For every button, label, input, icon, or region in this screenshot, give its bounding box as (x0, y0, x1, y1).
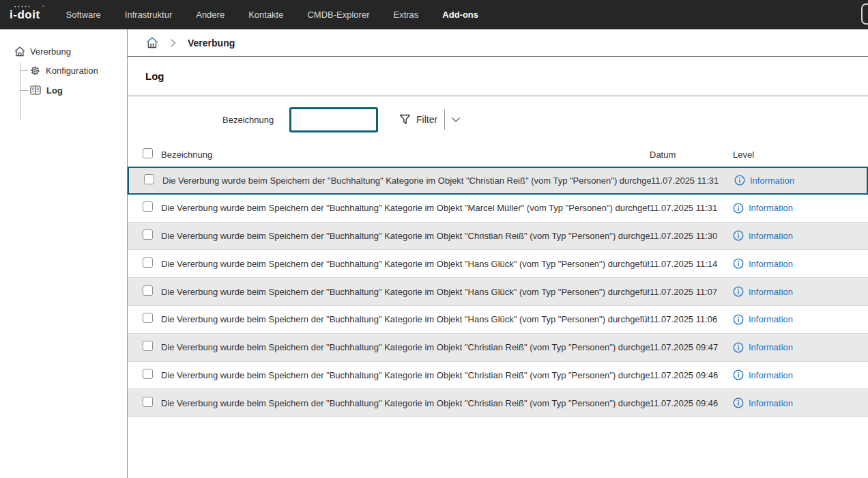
logo-tick-decoration: ' (42, 4, 44, 10)
filter-expand-button[interactable] (448, 114, 463, 126)
log-level: Information (733, 369, 868, 380)
table-row[interactable]: Die Vererbung wurde beim Speichern der "… (128, 278, 868, 306)
log-date: 11.07.2025 09:46 (650, 370, 733, 380)
row-checkbox[interactable] (143, 257, 153, 268)
table-row[interactable]: Die Vererbung wurde beim Speichern der "… (128, 306, 868, 334)
filter-divider (444, 109, 445, 130)
sidebar-item-label: Log (46, 85, 63, 96)
log-level-label[interactable]: Information (749, 203, 793, 213)
table-row[interactable]: Die Vererbung wurde beim Speichern der "… (128, 362, 868, 390)
log-level-label[interactable]: Information (749, 314, 793, 324)
info-circle-icon (733, 397, 744, 408)
log-message: Die Vererbung wurde beim Speichern der "… (162, 175, 651, 186)
navbar-item-add-ons[interactable]: Add-ons (442, 10, 478, 20)
page-title: Log (145, 70, 164, 82)
log-message: Die Vererbung wurde beim Speichern der "… (161, 259, 650, 269)
log-level: Information (733, 258, 868, 269)
table-row[interactable]: Die Vererbung wurde beim Speichern der "… (128, 223, 868, 251)
tree-connector-line (20, 70, 28, 71)
log-level-label[interactable]: Information (749, 259, 793, 269)
chevron-right-icon (170, 38, 176, 48)
page-header: Log (128, 57, 868, 96)
log-message: Die Vererbung wurde beim Speichern der "… (161, 314, 650, 324)
log-date: 11.07.2025 11:07 (650, 287, 733, 297)
table-row[interactable]: Die Vererbung wurde beim Speichern der "… (128, 334, 868, 362)
log-message: Die Vererbung wurde beim Speichern der "… (161, 203, 650, 213)
chevron-down-icon (451, 117, 461, 123)
tree-connector-line (20, 90, 28, 91)
navbar-right-button[interactable] (861, 3, 868, 25)
row-checkbox[interactable] (143, 341, 153, 351)
filter-button-label: Filter (416, 114, 437, 125)
info-circle-icon (733, 258, 744, 269)
row-checkbox[interactable] (143, 285, 153, 296)
log-date: 11.07.2025 11:31 (651, 175, 734, 186)
info-circle-icon (733, 314, 744, 325)
log-level: Information (734, 175, 867, 186)
log-date: 11.07.2025 11:31 (650, 203, 733, 213)
column-header-bezeichnung[interactable]: Bezeichnung (161, 150, 650, 160)
log-message: Die Vererbung wurde beim Speichern der "… (161, 287, 650, 297)
breadcrumb-current[interactable]: Vererbung (188, 38, 235, 48)
sidebar-tree: Vererbung Konfiguration (0, 29, 128, 478)
i-doit-logo[interactable]: ····· ' i-doit (10, 8, 40, 22)
table-row[interactable]: Die Vererbung wurde beim Speichern der "… (128, 250, 868, 278)
log-message: Die Vererbung wurde beim Speichern der "… (161, 231, 650, 241)
info-circle-icon (733, 342, 744, 353)
log-level: Information (733, 314, 868, 325)
log-message: Die Vererbung wurde beim Speichern der "… (161, 370, 650, 380)
log-date: 11.07.2025 09:46 (650, 398, 733, 408)
log-level-label[interactable]: Information (749, 370, 793, 380)
table-row[interactable]: Die Vererbung wurde beim Speichern der "… (128, 195, 868, 223)
navbar-item-cmdb-explorer[interactable]: CMDB-Explorer (307, 10, 369, 20)
house-icon (14, 46, 25, 57)
top-navbar: ····· ' i-doit SoftwareInfrastrukturAnde… (0, 0, 868, 29)
breadcrumb: Vererbung (128, 29, 868, 57)
filter-button[interactable]: Filter (399, 114, 437, 126)
navbar-menu: SoftwareInfrastrukturAndereKontakteCMDB-… (66, 10, 479, 20)
navbar-item-software[interactable]: Software (66, 10, 101, 20)
sidebar-item-konfiguration[interactable]: Konfiguration (20, 64, 127, 77)
log-date: 11.07.2025 09:47 (650, 342, 733, 352)
log-date: 11.07.2025 11:14 (650, 259, 733, 269)
log-level: Information (733, 397, 868, 408)
log-level-label[interactable]: Information (750, 175, 794, 186)
open-book-icon (30, 85, 41, 95)
select-all-checkbox[interactable] (143, 148, 153, 158)
log-level-label[interactable]: Information (749, 231, 793, 241)
log-message: Die Vererbung wurde beim Speichern der "… (161, 342, 650, 352)
log-level-label[interactable]: Information (749, 287, 793, 297)
sidebar-item-vererbung[interactable]: Vererbung (14, 44, 127, 58)
log-level-label[interactable]: Information (749, 342, 793, 352)
row-checkbox[interactable] (143, 313, 153, 323)
navbar-item-infrastruktur[interactable]: Infrastruktur (125, 10, 172, 20)
sidebar-item-label: Konfiguration (46, 66, 98, 76)
row-checkbox[interactable] (144, 174, 154, 184)
row-checkbox[interactable] (143, 201, 153, 212)
breadcrumb-home-icon[interactable] (146, 37, 158, 48)
info-circle-icon (733, 286, 744, 297)
navbar-item-andere[interactable]: Andere (196, 10, 225, 20)
log-date: 11.07.2025 11:30 (650, 231, 733, 241)
navbar-item-kontakte[interactable]: Kontakte (248, 10, 283, 20)
row-checkbox[interactable] (143, 369, 153, 379)
info-circle-icon (733, 369, 744, 380)
column-header-level[interactable]: Level (733, 150, 868, 160)
filter-input[interactable] (289, 107, 378, 132)
sidebar-item-log[interactable]: Log (20, 83, 127, 97)
table-row[interactable]: Die Vererbung wurde beim Speichern der "… (128, 167, 868, 195)
filter-label: Bezeichnung (222, 115, 268, 125)
log-date: 11.07.2025 11:06 (650, 314, 733, 324)
navbar-item-extras[interactable]: Extras (393, 10, 418, 20)
log-level-label[interactable]: Information (749, 398, 793, 408)
row-checkbox[interactable] (143, 397, 153, 407)
info-circle-icon (733, 230, 744, 241)
log-message: Die Vererbung wurde beim Speichern der "… (161, 398, 650, 408)
column-header-datum[interactable]: Datum (650, 150, 733, 160)
gear-icon (30, 66, 40, 76)
log-level: Information (733, 203, 868, 214)
table-row[interactable]: Die Vererbung wurde beim Speichern der "… (128, 389, 868, 417)
log-level: Information (733, 286, 868, 297)
logo-dots-decoration: ····· (14, 3, 31, 10)
row-checkbox[interactable] (143, 229, 153, 240)
